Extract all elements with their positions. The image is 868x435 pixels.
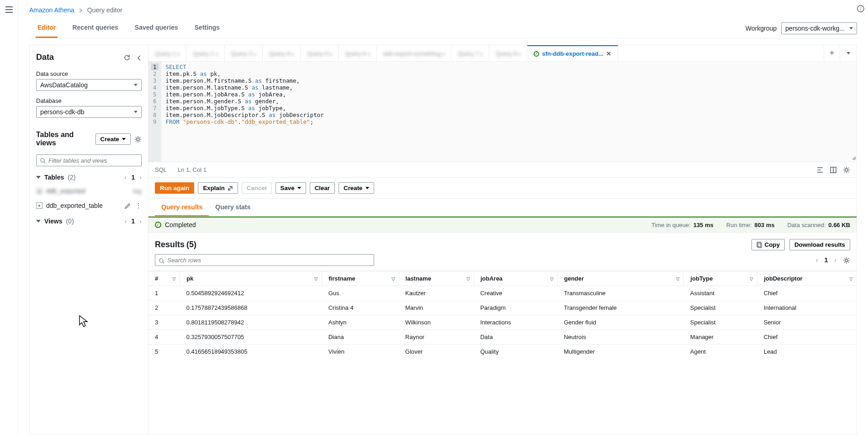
column-header[interactable]: lastname▽ [399,271,474,286]
table-cell: Paradigm [474,301,557,315]
format-icon[interactable] [816,166,824,174]
file-tab-blurred[interactable]: Query 1 [148,45,186,61]
table-cell: 3 [148,315,180,330]
file-tab-blurred[interactable]: Query 4 [263,45,301,61]
table-cell: 0.8018119508278942 [180,315,322,330]
column-header[interactable]: firstname▽ [322,271,399,286]
save-button[interactable]: Save [275,182,306,194]
datasource-label: Data source [36,70,142,77]
status-banner: Completed Time in queue:135 ms Run time:… [148,217,857,233]
table-row: 30.8018119508278942AshtynWilkinsonIntera… [148,315,857,330]
column-header[interactable]: jobType▽ [684,271,757,286]
main-tabs: Editor Recent queries Saved queries Sett… [29,18,222,38]
tables-prev[interactable]: ‹ [125,174,127,181]
tables-toggle[interactable] [36,176,41,179]
sort-icon[interactable]: ▽ [676,276,680,281]
file-tab-active[interactable]: sfn-ddb-export-read... ✕ [527,45,618,61]
table-cell: Marvin [399,301,474,315]
add-tab-button[interactable]: + [824,45,840,61]
tab-settings[interactable]: Settings [193,18,222,38]
cancel-label: Cancel [247,185,267,191]
views-prev[interactable]: ‹ [125,218,127,225]
refresh-icon[interactable] [123,53,131,61]
chevron-right-icon [79,6,83,14]
create-query-button[interactable]: Create [339,182,374,194]
caret-down-icon [122,138,126,140]
file-tab-blurred[interactable]: Query 6 [339,45,376,61]
copy-button[interactable]: Copy [752,239,785,250]
views-next[interactable]: › [139,218,142,225]
tab-recent[interactable]: Recent queries [70,18,120,38]
sort-icon[interactable]: ▽ [172,276,176,281]
results-table: #▽pk▽firstname▽lastname▽jobArea▽gender▽j… [148,271,857,359]
code-editor[interactable]: 123456789 SELECTitem.pk.S as pk,item.per… [148,62,857,162]
tab-saved[interactable]: Saved queries [133,18,180,38]
workgroup-label: Workgroup [746,25,777,32]
results-next[interactable]: › [834,256,836,264]
result-tab-stats[interactable]: Query stats [209,199,257,216]
table-item[interactable]: + ddb_exported_table ⋮ [30,198,148,213]
database-select[interactable]: persons-cdk-db [36,106,142,118]
tables-next[interactable]: › [139,174,142,181]
create-table-button[interactable]: Create [95,133,131,145]
sort-icon[interactable]: ▽ [750,276,753,281]
database-label: Database [36,97,142,104]
sort-icon[interactable]: ▽ [466,276,470,281]
result-tab-results[interactable]: Query results [155,199,209,216]
table-cell: 2 [148,301,180,315]
filter-tables-input-wrapper[interactable] [36,154,142,166]
data-sidebar: Data Data source AwsDataCatalog Database… [30,45,148,435]
table-cell: Manager [684,330,757,345]
table-cell: 5 [148,345,180,359]
table-cell: Assistant [684,286,757,301]
edit-icon[interactable] [124,202,131,209]
explain-button[interactable]: Explain [198,182,238,194]
sort-icon[interactable]: ▽ [392,276,395,281]
results-search-input[interactable] [167,257,370,264]
filter-tables-input[interactable] [48,157,138,164]
resize-handle[interactable]: ◢ [852,154,856,161]
tabs-more-button[interactable] [840,45,857,61]
settings-icon[interactable] [134,135,142,143]
table-expand-icon[interactable]: + [36,202,42,209]
more-icon[interactable]: ⋮ [135,202,142,209]
file-tab-blurred[interactable]: Query 7 [451,45,489,61]
column-header[interactable]: jobDescriptor▽ [757,271,857,286]
table-cell: Neutrois [557,330,684,345]
breadcrumb-service[interactable]: Amazon Athena [29,6,74,14]
search-icon [159,256,164,264]
workgroup-select[interactable]: persons-cdk-workg... [781,22,857,34]
tab-editor[interactable]: Editor [36,18,58,38]
editor-settings-icon[interactable] [843,166,850,174]
close-icon[interactable]: ✕ [606,50,611,57]
sort-icon[interactable]: ▽ [314,276,318,281]
datasource-select[interactable]: AwsDataCatalog [36,79,142,91]
file-tab-blurred[interactable]: Query 3 [225,45,263,61]
file-tab-blurred[interactable]: ddb-export-something [377,45,451,61]
menu-icon[interactable] [4,5,15,15]
download-button[interactable]: Download results [789,239,850,250]
collapse-icon[interactable] [137,53,142,61]
column-header[interactable]: pk▽ [180,271,322,286]
results-search-wrapper[interactable] [155,254,374,266]
results-settings-icon[interactable] [843,256,850,264]
table-cell: Transgender female [557,301,684,315]
file-tab-blurred[interactable]: Query 2 [186,45,224,61]
column-header[interactable]: #▽ [148,271,180,286]
run-button[interactable]: Run again [155,182,194,194]
table-item-blurred[interactable]: ⊞ ddb_exported tag [30,184,148,198]
views-toggle[interactable] [36,220,41,223]
sort-icon[interactable]: ▽ [849,276,853,281]
column-header[interactable]: jobArea▽ [474,271,557,286]
sort-icon[interactable]: ▽ [550,276,554,281]
clear-label: Clear [315,185,330,191]
file-tab-blurred[interactable]: Query 8 [489,45,527,61]
table-cell: 0.3257930057507705 [180,330,322,345]
layout-icon[interactable] [830,166,836,174]
clear-button[interactable]: Clear [310,182,335,194]
table-cell: Interactions [474,315,557,330]
table-cell: Specialist [684,315,757,330]
column-header[interactable]: gender▽ [557,271,684,286]
file-tab-blurred[interactable]: Query 5 [301,45,339,61]
results-prev[interactable]: ‹ [816,256,818,264]
